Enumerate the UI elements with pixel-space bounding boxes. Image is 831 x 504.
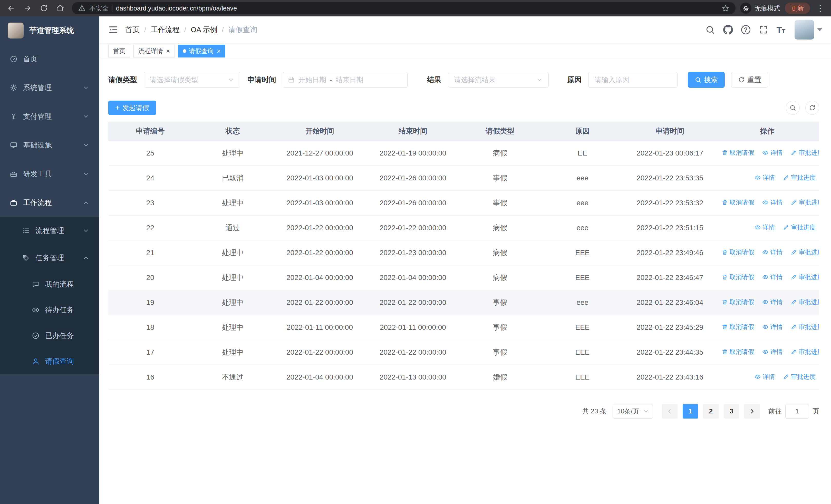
column-header-reason: 原因 bbox=[541, 122, 624, 141]
breadcrumb-oa-example[interactable]: OA 示例 bbox=[191, 25, 218, 35]
sidebar-item-payment[interactable]: 支付管理 bbox=[0, 102, 99, 131]
table-row: 23 处理中 2022-01-03 00:00:00 2022-01-26 00… bbox=[108, 190, 819, 215]
tab-process-detail[interactable]: 流程详情 × bbox=[134, 45, 175, 58]
result-select[interactable]: 请选择流结果 bbox=[448, 72, 549, 88]
tab-home[interactable]: 首页 bbox=[108, 45, 131, 58]
detail-link[interactable]: 详情 bbox=[754, 223, 775, 232]
bookmark-star-icon[interactable] bbox=[722, 4, 729, 12]
list-icon bbox=[22, 227, 30, 235]
sidebar-item-todo-tasks[interactable]: 待办任务 bbox=[0, 297, 99, 323]
detail-link[interactable]: 详情 bbox=[762, 248, 782, 256]
approval-progress-link[interactable]: 审批进度 bbox=[783, 174, 815, 182]
fullscreen-icon[interactable] bbox=[758, 25, 768, 35]
sidebar-item-system[interactable]: 系统管理 bbox=[0, 73, 99, 102]
cell-leave-type: 病假 bbox=[459, 240, 541, 265]
address-bar[interactable]: 不安全 dashboard.yudao.iocoder.cn/bpm/oa/le… bbox=[72, 2, 736, 14]
cancel-leave-link[interactable]: 取消请假 bbox=[722, 273, 754, 281]
approval-progress-link[interactable]: 审批进度 bbox=[791, 298, 819, 306]
page-size-select[interactable]: 10条/页 bbox=[613, 404, 653, 419]
reset-button[interactable]: 重置 bbox=[731, 72, 768, 88]
url-text[interactable]: dashboard.yudao.iocoder.cn/bpm/oa/leave bbox=[116, 5, 718, 12]
detail-link[interactable]: 详情 bbox=[754, 174, 775, 182]
goto-page-input[interactable] bbox=[785, 404, 809, 419]
user-icon bbox=[32, 357, 39, 365]
toggle-search-icon[interactable] bbox=[786, 101, 800, 115]
approval-progress-link[interactable]: 审批进度 bbox=[791, 149, 819, 157]
breadcrumb-workflow[interactable]: 工作流程 bbox=[151, 25, 180, 35]
create-leave-button[interactable]: + 发起请假 bbox=[108, 100, 156, 115]
cancel-leave-link[interactable]: 取消请假 bbox=[722, 348, 754, 356]
sidebar-item-home[interactable]: 首页 bbox=[0, 45, 99, 73]
cell-apply-time: 2022-01-22 23:43:16 bbox=[624, 365, 716, 390]
page-button-1[interactable]: 1 bbox=[683, 404, 698, 419]
reload-button[interactable] bbox=[37, 1, 51, 15]
incognito-label: 无痕模式 bbox=[754, 4, 780, 12]
next-page-button[interactable] bbox=[744, 404, 760, 419]
end-date-placeholder: 结束日期 bbox=[336, 75, 364, 84]
approval-progress-link[interactable]: 审批进度 bbox=[791, 198, 819, 207]
sidebar-item-leave-query[interactable]: 请假查询 bbox=[0, 349, 99, 374]
back-button[interactable] bbox=[4, 1, 18, 15]
cancel-leave-link[interactable]: 取消请假 bbox=[722, 248, 754, 256]
column-header-id: 申请编号 bbox=[108, 122, 192, 141]
detail-link[interactable]: 详情 bbox=[762, 149, 782, 157]
sidebar-item-workflow[interactable]: 工作流程 bbox=[0, 188, 99, 217]
sidebar-item-done-tasks[interactable]: 已办任务 bbox=[0, 323, 99, 349]
detail-link[interactable]: 详情 bbox=[762, 348, 782, 356]
reason-input[interactable] bbox=[590, 76, 676, 84]
page-button-2[interactable]: 2 bbox=[703, 404, 719, 419]
cancel-leave-link[interactable]: 取消请假 bbox=[722, 149, 754, 157]
detail-link[interactable]: 详情 bbox=[762, 323, 782, 331]
column-header-leave-type: 请假类型 bbox=[459, 122, 541, 141]
table-row: 16 不通过 2022-01-04 00:00:00 2022-01-13 00… bbox=[108, 365, 819, 390]
sidebar-item-process-management[interactable]: 流程管理 bbox=[0, 217, 99, 244]
breadcrumb-home[interactable]: 首页 bbox=[125, 25, 140, 35]
cancel-leave-link[interactable]: 取消请假 bbox=[722, 298, 754, 306]
tab-leave-query[interactable]: 请假查询 × bbox=[178, 45, 225, 58]
approval-progress-link[interactable]: 审批进度 bbox=[791, 273, 819, 281]
search-icon[interactable] bbox=[705, 25, 715, 35]
home-button[interactable] bbox=[53, 1, 67, 15]
cell-reason: EEE bbox=[541, 365, 624, 390]
close-icon[interactable]: × bbox=[166, 48, 170, 54]
cell-end-time: 2022-01-22 00:00:00 bbox=[366, 340, 459, 365]
detail-link[interactable]: 详情 bbox=[762, 273, 782, 281]
leave-type-select[interactable]: 请选择请假类型 bbox=[144, 72, 240, 88]
help-icon[interactable]: ? bbox=[741, 25, 750, 34]
detail-link[interactable]: 详情 bbox=[754, 373, 775, 381]
page-button-3[interactable]: 3 bbox=[724, 404, 739, 419]
incognito-icon bbox=[740, 3, 751, 14]
forward-button[interactable] bbox=[21, 1, 34, 15]
sidebar-fold-icon[interactable] bbox=[108, 24, 119, 35]
approval-progress-link[interactable]: 审批进度 bbox=[791, 323, 819, 331]
close-icon[interactable]: × bbox=[217, 48, 221, 54]
sidebar-item-infrastructure[interactable]: 基础设施 bbox=[0, 131, 99, 159]
approval-progress-link[interactable]: 审批进度 bbox=[783, 373, 815, 381]
chat-icon bbox=[32, 280, 39, 288]
detail-link[interactable]: 详情 bbox=[762, 198, 782, 207]
approval-progress-link[interactable]: 审批进度 bbox=[791, 348, 819, 356]
table-row: 24 已取消 2022-01-03 00:00:00 2022-01-26 00… bbox=[108, 166, 819, 190]
refresh-icon[interactable] bbox=[805, 101, 819, 115]
cancel-leave-link[interactable]: 取消请假 bbox=[722, 323, 754, 331]
sidebar-item-devtools[interactable]: 研发工具 bbox=[0, 159, 99, 188]
detail-link[interactable]: 详情 bbox=[762, 298, 782, 306]
browser-menu-icon[interactable]: ⋮ bbox=[814, 3, 826, 13]
sidebar-item-task-management[interactable]: 任务管理 bbox=[0, 244, 99, 271]
cell-apply-time: 2022-01-22 23:44:35 bbox=[624, 340, 716, 365]
approval-progress-link[interactable]: 审批进度 bbox=[783, 223, 815, 232]
user-menu[interactable] bbox=[795, 20, 822, 39]
security-label[interactable]: 不安全 bbox=[89, 4, 109, 12]
logo-image bbox=[8, 23, 24, 38]
cancel-leave-link[interactable]: 取消请假 bbox=[722, 198, 754, 207]
avatar[interactable] bbox=[795, 20, 814, 39]
app-logo[interactable]: 芋道管理系统 bbox=[0, 17, 99, 45]
update-button[interactable]: 更新 bbox=[785, 3, 810, 14]
approval-progress-link[interactable]: 审批进度 bbox=[791, 248, 819, 256]
github-icon[interactable] bbox=[723, 25, 733, 35]
sidebar-item-my-processes[interactable]: 我的流程 bbox=[0, 271, 99, 297]
search-button[interactable]: 搜索 bbox=[688, 72, 725, 88]
cell-actions: 详情 审批进度 bbox=[716, 215, 819, 240]
font-size-icon[interactable]: TT bbox=[777, 25, 785, 34]
apply-time-range-picker[interactable]: 开始日期 - 结束日期 bbox=[283, 72, 407, 88]
